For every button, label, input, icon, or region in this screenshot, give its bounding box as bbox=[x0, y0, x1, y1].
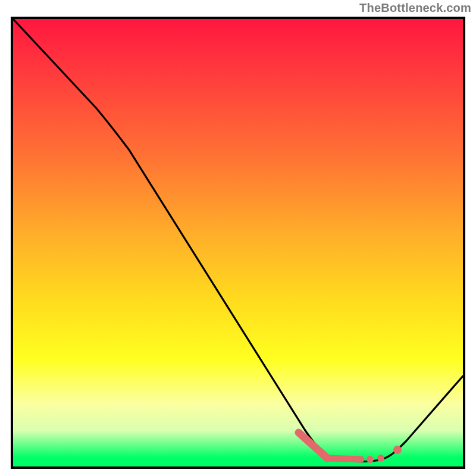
curve-layer bbox=[13, 19, 463, 466]
marker-dot-2 bbox=[377, 455, 384, 462]
marker-dot-1 bbox=[367, 456, 374, 463]
main-curve bbox=[13, 19, 463, 462]
plot-frame bbox=[11, 17, 465, 469]
marker-dot-3 bbox=[393, 446, 402, 454]
marker-dash-descent bbox=[299, 433, 327, 458]
marker-dash-flat bbox=[327, 458, 361, 459]
chart-container: TheBottleneck.com bbox=[0, 0, 476, 476]
watermark-text: TheBottleneck.com bbox=[359, 1, 471, 15]
